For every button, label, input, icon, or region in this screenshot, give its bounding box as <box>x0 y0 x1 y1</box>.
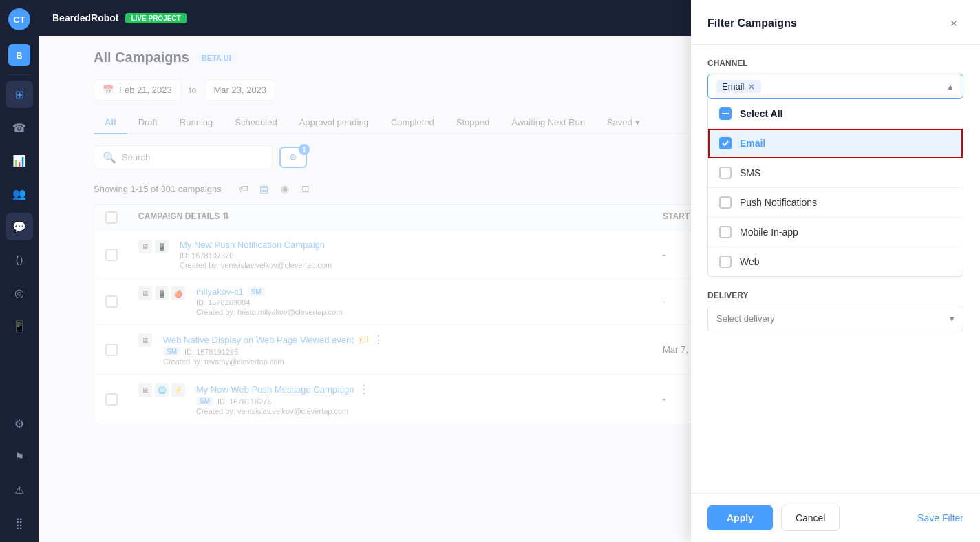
campaign-id-3: ID: 1678191295 <box>184 348 238 356</box>
sidebar-item-journeys[interactable]: ⟨⟩ <box>6 246 33 273</box>
tab-running[interactable]: Running <box>169 112 224 134</box>
delivery-section-label: Delivery <box>707 291 963 300</box>
date-to: Mar 23, 2023 <box>213 85 266 95</box>
campaign-creator-1: Created by: ventsislav.velkov@clevertap.… <box>180 261 332 269</box>
filter-close-button[interactable]: × <box>944 14 963 33</box>
saved-chevron-icon: ▾ <box>635 117 640 127</box>
tab-completed[interactable]: Completed <box>380 112 445 134</box>
sidebar-item-flags[interactable]: ⚑ <box>6 443 33 470</box>
campaign-type-icon-2a: 🖥 <box>138 286 152 300</box>
row-checkbox-2[interactable] <box>105 295 118 308</box>
tab-all[interactable]: All <box>94 112 127 134</box>
campaign-creator-2: Created by: hristo.milyakov@clevertap.co… <box>196 308 342 316</box>
sidebar-item-alerts[interactable]: ⚠ <box>6 476 33 503</box>
campaign-type-icon-4a: 🖥 <box>138 383 152 397</box>
sidebar-item-users[interactable]: 👥 <box>6 180 33 207</box>
sm-badge-3: SM <box>163 347 180 356</box>
logo[interactable]: CT <box>0 0 39 39</box>
sm-badge-2: SM <box>248 287 265 296</box>
campaign-type-icon-4c: ⚡ <box>171 383 185 397</box>
tab-saved[interactable]: Saved ▾ <box>596 112 651 134</box>
brand-name: BeardedRobot <box>52 12 118 23</box>
svg-text:CT: CT <box>13 14 25 25</box>
sidebar-item-settings[interactable]: ⚙ <box>6 410 33 437</box>
delivery-select[interactable]: Select delivery ▾ <box>707 306 963 331</box>
page-title: All Campaigns <box>94 50 189 65</box>
date-from-picker[interactable]: 📅 Feb 21, 2023 <box>94 79 181 101</box>
select-all-checkbox[interactable] <box>719 107 732 120</box>
sms-checkbox[interactable] <box>719 167 732 179</box>
row-checkbox-1[interactable] <box>105 249 118 261</box>
campaign-creator-4: Created by: ventsislav.velkov@clevertap.… <box>196 407 370 415</box>
brand: BeardedRobot LIVE PROJECT <box>52 12 187 23</box>
filter-button[interactable]: ⚙ 1 <box>279 147 307 168</box>
row-checkbox-4[interactable] <box>105 393 118 406</box>
divider <box>8 74 30 75</box>
campaign-name-4[interactable]: My New Web Push Message Campaign <box>196 384 354 395</box>
tab-approval-pending[interactable]: Approval pending <box>288 112 380 134</box>
campaign-type-icon-1a: 🖥 <box>138 240 152 253</box>
sidebar-item-segments[interactable]: ◎ <box>6 279 33 306</box>
channel-dropdown-list: Select All Email SMS Push Notifications <box>707 99 963 277</box>
campaign-name-3[interactable]: Web Native Display on Web Page Viewed ev… <box>163 335 354 345</box>
live-project-badge: LIVE PROJECT <box>125 13 186 23</box>
channel-push-notifications-item[interactable]: Push Notifications <box>708 188 963 218</box>
channel-select-all-item[interactable]: Select All <box>708 99 963 129</box>
view-icons: 🏷 ▤ ◉ ⊡ <box>235 180 314 197</box>
tab-awaiting-next-run[interactable]: Awaiting Next Run <box>500 112 596 134</box>
beta-badge: BETA UI <box>196 52 237 63</box>
list-view-icon[interactable]: ▤ <box>256 180 273 197</box>
sidebar: CT B ⊞ ☎ 📊 👥 💬 ⟨⟩ ◎ 📱 ⚙ ⚑ ⚠ ⣿ <box>0 0 39 542</box>
search-input[interactable] <box>122 152 264 163</box>
filter-panel: Filter Campaigns × Channel Email ✕ ▲ Sel… <box>691 0 980 542</box>
sidebar-item-analytics[interactable]: 📊 <box>6 147 33 174</box>
push-notifications-checkbox[interactable] <box>719 196 732 209</box>
channel-email-item[interactable]: Email <box>708 129 963 158</box>
user-avatar[interactable]: B <box>8 44 30 66</box>
campaign-type-icon-1b: 📱 <box>155 240 169 253</box>
delivery-placeholder: Select delivery <box>716 313 775 324</box>
tab-stopped[interactable]: Stopped <box>445 112 500 134</box>
mobile-inapp-checkbox[interactable] <box>719 226 732 238</box>
apply-button[interactable]: Apply <box>707 505 773 530</box>
channel-chevron-up-icon: ▲ <box>946 82 955 92</box>
grid-view-icon[interactable]: ⊡ <box>297 180 314 197</box>
campaign-id-2: ID: 1678269084 <box>196 298 342 306</box>
calendar-icon: 📅 <box>103 85 114 95</box>
tab-draft[interactable]: Draft <box>127 112 169 134</box>
campaigns-count: Showing 1-15 of 301 campaigns <box>94 184 222 194</box>
sidebar-item-dashboard[interactable]: ⊞ <box>6 81 33 108</box>
sidebar-item-calls[interactable]: ☎ <box>6 114 33 141</box>
sidebar-item-mobile[interactable]: 📱 <box>6 312 33 340</box>
channel-sms-item[interactable]: SMS <box>708 158 963 188</box>
circle-view-icon[interactable]: ◉ <box>277 180 293 197</box>
cancel-button[interactable]: Cancel <box>781 505 840 531</box>
channel-dropdown-trigger[interactable]: Email ✕ ▲ <box>707 74 963 99</box>
search-box[interactable]: 🔍 <box>94 145 273 169</box>
sidebar-item-campaigns[interactable]: 💬 <box>6 213 33 240</box>
date-from: Feb 21, 2023 <box>119 85 172 95</box>
filter-panel-body: Channel Email ✕ ▲ Select All Ema <box>691 45 980 493</box>
campaign-id-1: ID: 1678107370 <box>180 251 332 260</box>
channel-web-item[interactable]: Web <box>708 247 963 276</box>
web-checkbox[interactable] <box>719 256 732 268</box>
date-to-picker[interactable]: Mar 23, 2023 <box>204 79 275 101</box>
search-icon: 🔍 <box>103 151 116 164</box>
row-checkbox-3[interactable] <box>105 344 118 356</box>
campaign-name-1[interactable]: My New Push Notification Campaign <box>180 240 332 250</box>
channel-section-label: Channel <box>707 59 963 68</box>
email-checkbox[interactable] <box>719 137 732 149</box>
select-all-checkbox[interactable] <box>105 211 118 224</box>
select-all-label: Select All <box>740 108 783 119</box>
campaign-creator-3: Created by: revathy@clevertap.com <box>163 357 384 366</box>
save-filter-button[interactable]: Save Filter <box>917 512 963 523</box>
campaign-name-2[interactable]: milyakov-c1 <box>196 286 244 297</box>
tag-view-icon[interactable]: 🏷 <box>235 180 252 197</box>
channel-mobile-inapp-item[interactable]: Mobile In-app <box>708 218 963 247</box>
tab-scheduled[interactable]: Scheduled <box>224 112 288 134</box>
channel-tag-remove-button[interactable]: ✕ <box>747 82 756 92</box>
sidebar-item-grid[interactable]: ⣿ <box>6 509 33 536</box>
delivery-chevron-icon: ▾ <box>950 313 955 324</box>
push-notifications-label: Push Notifications <box>740 197 817 208</box>
email-label: Email <box>740 138 765 149</box>
